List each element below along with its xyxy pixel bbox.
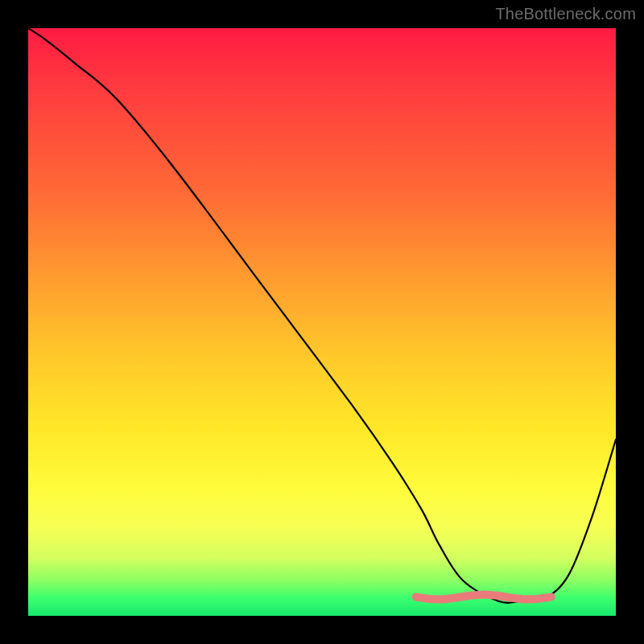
watermark-text: TheBottleneck.com [495,5,636,23]
plot-area [28,28,616,616]
chart-svg [28,28,616,616]
chart-frame: TheBottleneck.com [0,0,644,644]
flat-segment-highlight [416,595,551,600]
bottleneck-curve [28,28,616,603]
